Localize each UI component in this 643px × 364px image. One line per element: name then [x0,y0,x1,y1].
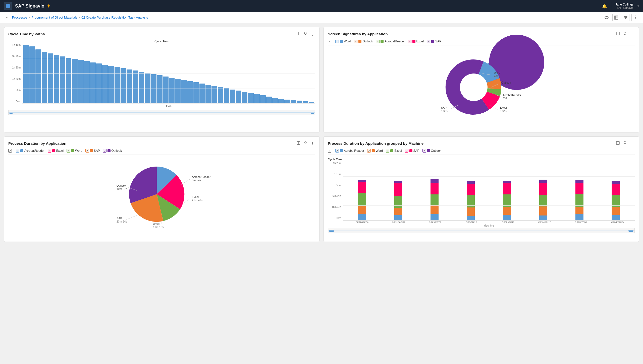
legend2-sap-check[interactable]: ✓ [85,149,89,153]
legend3-acrobat-check[interactable]: ✓ [335,149,339,153]
legend-acrobat-check[interactable]: ✓ [376,40,380,43]
bar-item [145,73,150,104]
proc-label-outlook: Outlook [117,184,126,187]
grouped-y-axis: 1h 23m 1h 6m 50m 33m 20s 16m 40s 0ms [328,162,343,227]
legend3-word-check[interactable]: ✓ [367,149,371,153]
legend3-acrobat: ✓ AcrobatReader [335,149,364,153]
screen-sig-expand-btn[interactable] [615,31,621,37]
legend-outlook-label: Outlook [362,40,373,43]
chevron-down-icon[interactable]: ▾ [637,4,639,8]
legend2-acrobat-check[interactable]: ✓ [16,149,19,153]
legend-excel-label: Excel [416,40,424,43]
grouped-scrollbar[interactable] [328,228,635,233]
bar-item [169,78,175,104]
bar-item [181,80,187,104]
svg-rect-2 [6,6,8,8]
breadcrumb-actions: ⋮ [603,14,639,21]
grouped-x-title: Machine [343,224,635,227]
screen-sig-all-check[interactable]: ✓ [328,40,331,43]
legend3-word-dot [372,149,375,152]
proc-dur-machine-more-btn[interactable]: ⋮ [629,141,635,146]
notification-icon[interactable]: 🔔 [602,4,607,9]
filter-button[interactable] [622,14,629,21]
cycle-time-expand-btn[interactable] [296,31,301,37]
grouped-plot: CPJ7G9K0A CP1U18GFF CPKK8WZ9 CPG61KL8 CP… [343,162,635,227]
y-label-1: 3h 20m [12,55,21,58]
seg-outlook-cpme7 [612,181,620,184]
legend3-sap-check[interactable]: ✓ [405,149,408,153]
x-label-cpjpk: CPJPK7F41 [491,221,525,224]
breadcrumb-processes[interactable]: Processes [12,16,27,19]
legend2-acrobat-label: AcrobatReader [24,149,45,153]
legend-sap: ✓ SAP [427,40,441,43]
svg-rect-21 [624,144,625,144]
svg-rect-18 [305,144,306,144]
legend-outlook-check[interactable]: ✓ [354,40,357,43]
proc-dur-app-all-check[interactable]: ✓ [8,149,12,153]
more-button[interactable]: ⋮ [631,14,639,21]
svg-rect-15 [624,34,625,35]
cycle-time-title: Cycle Time by Paths [8,32,45,36]
machine-bar-cpme7 [599,163,633,220]
screen-sig-more-btn[interactable]: ⋮ [629,32,635,37]
seg-outlook-cpj7g [358,180,366,182]
cycle-time-insight-btn[interactable] [303,31,308,37]
seg-sap-cpvyp [539,183,547,195]
breadcrumb-current: 02 Create Purchase Requisition Task Anal… [81,16,148,19]
svg-point-5 [606,17,607,18]
bar-item [291,100,296,104]
cycle-time-scrollbar[interactable] [8,110,315,115]
proc-dur-machine-insight-btn[interactable] [622,141,628,146]
machine-bar-cpvyp [526,163,560,220]
screen-signatures-card: Screen Signatures by Application ⋮ ✓ ✓ W… [324,27,639,132]
proc-dur-app-insight-btn[interactable] [303,141,308,146]
seg-sap-cpg6 [467,184,475,195]
seg-word-cpj7g [358,205,366,214]
seg-outlook-cpvyp [539,180,547,183]
legend-sap-label: SAP [435,40,441,43]
proc-dur-machine-all-check[interactable]: ✓ [328,149,331,153]
proc-value-word-dur: 11m 13s [153,226,164,228]
scrollbar-track [9,112,315,113]
proc-dur-app-pie-container: AcrobatReader 9m 54s Excel 21m 47s Word … [8,158,315,228]
legend3-sap: ✓ SAP [405,149,419,153]
proc-dur-machine-title: Process Duration by Application grouped … [328,141,423,145]
cycle-time-y-axis: 4h 10m 3h 20m 2h 30m 1h 40m 50m 0ms [8,44,22,108]
legend-excel-check[interactable]: ✓ [408,40,411,43]
proc-dur-app-expand-btn[interactable] [296,141,301,146]
screen-sig-insight-btn[interactable] [622,31,628,37]
view-button[interactable] [603,14,610,21]
breadcrumb-parent[interactable]: Procurement of Direct Materials [31,16,77,19]
proc-label-excel: Excel [192,195,199,198]
g-y-label-5: 0ms [337,217,341,220]
bar-item [254,94,260,104]
legend-sap-check[interactable]: ✓ [427,40,430,43]
table-button[interactable] [612,14,620,21]
svg-rect-6 [614,16,618,19]
seg-acrobat-cpkk [431,214,439,220]
legend2-sap-dot [90,149,93,152]
bar-item [108,66,114,104]
legend-outlook-dot [358,40,361,43]
x-label-cpg6: CPG61KL8 [454,221,489,224]
legend2-word-check[interactable]: ✓ [67,149,70,153]
breadcrumb-sep1: › [29,16,30,19]
legend2-word-dot [71,149,74,152]
sidebar-toggle[interactable]: « [4,12,10,23]
legend3-excel-check[interactable]: ✓ [386,149,389,153]
stacked-bar-cpg6 [467,181,475,220]
proc-dur-app-more-btn[interactable]: ⋮ [310,141,315,146]
screen-sig-header: Screen Signatures by Application ⋮ [328,31,635,37]
y-label-2: 2h 30m [12,66,21,69]
breadcrumb-bar: « Processes › Procurement of Direct Mate… [0,12,643,23]
legend3-outlook-check[interactable]: ✓ [422,149,426,153]
bar-item [163,77,169,104]
legend-word-check[interactable]: ✓ [335,40,339,43]
legend2-excel-check[interactable]: ✓ [48,149,51,153]
seg-acrobat-cpvyp [539,215,547,220]
proc-dur-machine-expand-btn[interactable] [615,141,621,146]
legend2-outlook-check[interactable]: ✓ [103,149,106,153]
cycle-time-more-btn[interactable]: ⋮ [310,32,315,37]
legend2-word-label: Word [75,149,82,153]
proc-value-sap-dur: 23m 24s [117,220,127,223]
